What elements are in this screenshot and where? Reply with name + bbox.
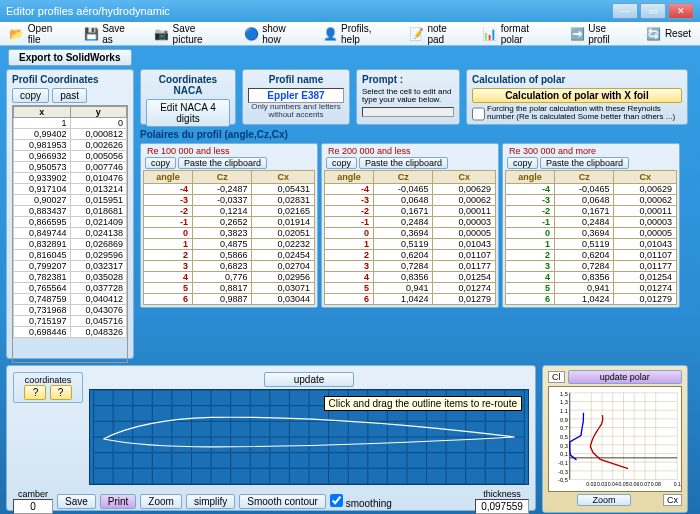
save-as-button[interactable]: 💾Save as — [78, 21, 142, 47]
profil-coordinates-panel: Profil Coordinates copy past xy100,99402… — [6, 69, 134, 359]
cl-label: Cl — [548, 371, 565, 383]
minimize-button[interactable]: — — [612, 3, 638, 19]
svg-text:0,9: 0,9 — [560, 417, 568, 423]
drawing-panel: coordinates ? ? update Click and drag th… — [6, 365, 536, 511]
polar-copy-button[interactable]: copy — [145, 157, 176, 169]
polar-paste-button[interactable]: Paste the clipboard — [359, 157, 448, 169]
camera-icon: 📷 — [154, 26, 170, 42]
titlebar: Editor profiles aéro/hydrodynamic — ▭ ✕ — [0, 0, 700, 22]
svg-text:0.07: 0.07 — [640, 481, 650, 487]
arrow-right-icon: ➡️ — [569, 26, 585, 42]
draw-print-button[interactable]: Print — [100, 494, 137, 509]
camber-label: camber — [13, 489, 53, 499]
smooth-contour-button[interactable]: Smooth contour — [239, 494, 326, 509]
reset-icon: 🔄 — [646, 26, 662, 42]
draw-zoom-button[interactable]: Zoom — [140, 494, 182, 509]
svg-text:0.03: 0.03 — [597, 481, 607, 487]
polar-group-1: Re 200 000 and less copy Paste the clipb… — [321, 143, 499, 308]
polar-table[interactable]: angleCzCx-4-0,04650,00629-30,06480,00062… — [324, 170, 496, 305]
profil-name-value[interactable]: Eppler E387 — [248, 88, 344, 103]
thickness-value[interactable]: 0,097559 — [475, 499, 529, 514]
drag-tooltip: Click and drag the outline items to re-r… — [324, 396, 522, 411]
polaires-title: Polaires du profil (angle,Cz,Cx) — [140, 129, 688, 140]
notepad-icon: 📝 — [409, 26, 425, 42]
use-profil-button[interactable]: ➡️Use profil — [564, 21, 635, 47]
naca-panel: Coordinates NACA Edit NACA 4 digits — [140, 69, 236, 125]
prompt-text: Select the cell to edit and type your va… — [362, 88, 454, 105]
polar-calc-panel: Calculation of polar Calculation of pola… — [466, 69, 688, 125]
force-polar-checkbox[interactable]: Forcing the polar calculation with these… — [472, 105, 682, 122]
draw-save-button[interactable]: Save — [57, 494, 96, 509]
cx-label: Cx — [663, 494, 682, 506]
polar-paste-button[interactable]: Paste the clipboard — [540, 157, 629, 169]
svg-text:0.08: 0.08 — [651, 481, 661, 487]
svg-text:0,3: 0,3 — [560, 443, 568, 449]
profil-name-title: Profil name — [248, 74, 344, 85]
svg-text:0,5: 0,5 — [560, 434, 568, 440]
close-button[interactable]: ✕ — [668, 3, 694, 19]
show-how-button[interactable]: 🔵show how — [239, 21, 312, 47]
svg-text:1.1: 1.1 — [560, 408, 568, 414]
svg-text:0,7: 0,7 — [560, 425, 568, 431]
profil-name-panel: Profil name Eppler E387 Only numbers and… — [242, 69, 350, 125]
svg-text:-0,3: -0,3 — [558, 469, 568, 475]
coords-copy-button[interactable]: copy — [12, 88, 49, 103]
polar-table[interactable]: angleCzCx-4-0,04650,00629-30,06480,00062… — [505, 170, 677, 305]
coordinates-label: coordinates — [16, 375, 80, 385]
svg-text:0.04: 0.04 — [608, 481, 618, 487]
svg-text:1,5: 1,5 — [560, 391, 568, 397]
format-icon: 📊 — [482, 26, 498, 42]
update-drawing-button[interactable]: update — [264, 372, 354, 387]
export-solidworks-button[interactable]: Export to SolidWorks — [8, 49, 132, 66]
calc-polar-xfoil-button[interactable]: Calculation of polar with X foil — [472, 88, 682, 103]
svg-text:0.1: 0.1 — [674, 481, 681, 487]
simplify-button[interactable]: simplify — [186, 494, 235, 509]
profile-canvas[interactable]: Click and drag the outline items to re-r… — [89, 389, 529, 485]
profils-help-button[interactable]: 👤Profils, help — [317, 21, 397, 47]
format-polar-button[interactable]: 📊format polar — [477, 21, 559, 47]
notepad-button[interactable]: 📝note pad — [404, 21, 471, 47]
prompt-title: Prompt : — [362, 74, 454, 85]
toolbar: 📂Open file 💾Save as 📷Save picture 🔵show … — [0, 22, 700, 46]
polar-copy-button[interactable]: copy — [326, 157, 357, 169]
polar-zoom-button[interactable]: Zoom — [577, 494, 630, 506]
polar-chart-panel: Cl update polar 1,51,31.10,90,70,50,30,1… — [542, 365, 688, 513]
polar-chart: 1,51,31.10,90,70,50,30,1-0,1-0,3-0,50.02… — [548, 386, 682, 492]
polar-calc-title: Calculation of polar — [472, 74, 682, 85]
svg-text:-0,1: -0,1 — [558, 460, 568, 466]
polar-group-0: Re 100 000 and less copy Paste the clipb… — [140, 143, 318, 308]
update-polar-button[interactable]: update polar — [568, 370, 683, 384]
coords-past-button[interactable]: past — [52, 88, 87, 103]
folder-icon: 📂 — [9, 26, 25, 42]
camber-value[interactable]: 0 — [13, 499, 53, 514]
svg-text:0,1: 0,1 — [560, 451, 568, 457]
app-title: Editor profiles aéro/hydrodynamic — [6, 5, 170, 17]
polar-group-label: Re 200 000 and less — [324, 146, 496, 156]
svg-text:0.05: 0.05 — [618, 481, 628, 487]
coord-q1-button[interactable]: ? — [24, 385, 46, 400]
save-picture-button[interactable]: 📷Save picture — [149, 21, 233, 47]
open-file-button[interactable]: 📂Open file — [4, 21, 72, 47]
svg-text:1,3: 1,3 — [560, 399, 568, 405]
smoothing-checkbox[interactable]: smoothing — [330, 494, 392, 509]
profil-coordinates-title: Profil Coordinates — [12, 74, 128, 85]
polar-group-2: Re 300 000 and more copy Paste the clipb… — [502, 143, 680, 308]
svg-text:-0,5: -0,5 — [558, 477, 568, 483]
edit-naca-button[interactable]: Edit NACA 4 digits — [146, 99, 230, 127]
polar-copy-button[interactable]: copy — [507, 157, 538, 169]
svg-text:0.02: 0.02 — [586, 481, 596, 487]
thickness-label: thickness — [475, 489, 529, 499]
prompt-input[interactable] — [362, 107, 454, 117]
polar-paste-button[interactable]: Paste the clipboard — [178, 157, 267, 169]
save-icon: 💾 — [83, 26, 99, 42]
naca-title: Coordinates NACA — [146, 74, 230, 96]
coord-q2-button[interactable]: ? — [50, 385, 72, 400]
polar-group-label: Re 100 000 and less — [143, 146, 315, 156]
coords-table[interactable]: xy100,994020,0008120,9819530,0026260,966… — [13, 106, 127, 338]
reset-button[interactable]: 🔄Reset — [641, 24, 696, 44]
person-icon: 👤 — [322, 26, 338, 42]
maximize-button[interactable]: ▭ — [640, 3, 666, 19]
svg-text:0.06: 0.06 — [629, 481, 639, 487]
polar-table[interactable]: angleCzCx-4-0,24870,05431-3-0,03370,0283… — [143, 170, 315, 305]
info-icon: 🔵 — [244, 26, 260, 42]
